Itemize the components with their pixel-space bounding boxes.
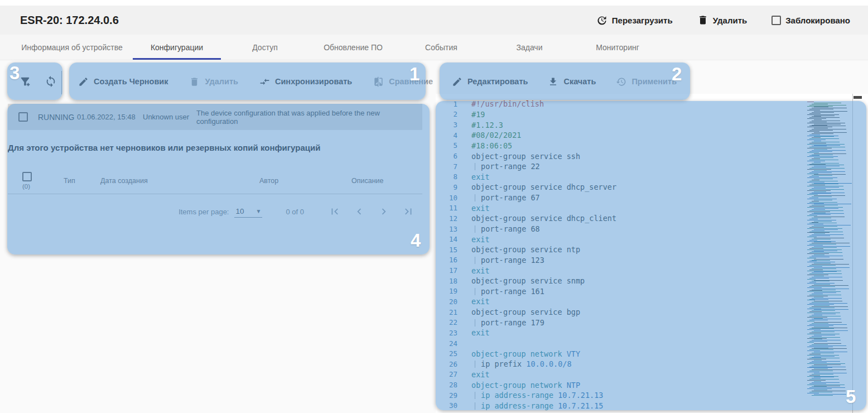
tab-configurations[interactable]: Конфигурации [133,35,221,60]
selected-count: (0) [22,183,30,190]
code-line: 12object-group service dhcp_client [436,213,851,224]
add-filter-button[interactable] [18,74,32,89]
paginator: Items per page: 10 ▼ 0 of 0 [8,195,422,228]
first-page-button[interactable] [329,205,341,218]
page-range-label: 0 of 0 [286,208,304,216]
delete-draft-label: Удалить [205,77,238,86]
tab-access[interactable]: Доступ [221,35,309,60]
tab-label: Задачи [516,43,542,52]
pencil-icon [78,76,89,87]
code-line: 10port-range 67 [436,193,851,203]
reload-label: Перезагрузить [612,16,673,25]
paginator-nav [329,205,414,218]
column-header-description: Описание [335,177,422,185]
tab-device-info[interactable]: Информация об устройстве [11,35,133,60]
refresh-list-button[interactable] [44,74,58,89]
code-line: 7port-range 22 [436,161,851,172]
compare-button[interactable]: Сравнение [373,76,433,87]
code-line: 20exit [436,296,851,307]
tab-firmware-update[interactable]: Обновление ПО [309,35,397,60]
code-line: 6object-group service ssh [436,151,851,161]
top-strip [0,0,868,6]
config-editor: 1#!/usr/bin/clish2#193#1.12.34#08/02/202… [436,94,868,413]
code-line: 25object-group network VTY [436,348,851,359]
page-title: ESR-20: 172.24.0.6 [20,14,119,27]
items-per-page-label: Items per page: [179,208,229,216]
column-header-created: Дата создания [100,177,240,185]
locked-checkbox[interactable] [771,16,781,25]
code-line: 2#19 [436,109,851,120]
synchronize-button[interactable]: Синхронизировать [259,76,352,87]
code-line: 19port-range 161 [436,286,851,297]
code-line: 3#1.12.3 [436,119,851,130]
compare-icon [373,76,384,87]
code-line: 13port-range 68 [436,224,851,234]
download-icon [548,76,558,87]
create-draft-button[interactable]: Создать Черновик [78,76,168,87]
code-line: 9object-group service dhcp_server [436,182,851,193]
header-actions: Перезагрузить Удалить Заблокировано [596,15,850,26]
compare-label: Сравнение [389,77,433,86]
scrollbar-thumb[interactable] [853,96,862,99]
code-line: 1#!/usr/bin/clish [436,99,851,109]
tab-label: Мониторинг [596,43,639,52]
edit-config-button[interactable]: Редактировать [452,76,528,87]
code-line: 18object-group service snmp [436,276,851,286]
sync-icon [45,75,57,88]
pencil-icon [452,76,462,87]
items-per-page-select[interactable]: 10 ▼ [234,206,262,218]
code-line: 21object-group service bgp [436,307,851,318]
minimap[interactable] [807,102,852,396]
editor-scrollbar [852,94,862,413]
select-all-checkbox[interactable] [22,172,32,181]
row-checkbox[interactable] [18,112,28,122]
code-line: 27exit [436,369,851,380]
callout-number-4: 4 [411,230,421,251]
trash-icon [697,15,708,26]
tab-label: Конфигурации [151,43,203,52]
tab-bar: Информация об устройствеКонфигурацииДост… [0,35,868,60]
last-page-button[interactable] [402,205,414,218]
locked-checkbox-control[interactable]: Заблокировано [771,16,850,25]
reload-device-button[interactable]: Перезагрузить [596,15,673,26]
tab-tasks[interactable]: Задачи [485,35,573,60]
history-icon [616,76,626,87]
code-line: 22port-range 179 [436,317,851,328]
code-line: 23exit [436,328,851,338]
code-line: 17exit [436,265,851,276]
drafts-table-header: (0) Тип Дата создания Автор Описание [8,167,422,194]
prev-page-button[interactable] [353,205,365,218]
code-line: 29ip address-range 10.7.21.13 [436,390,851,401]
download-config-button[interactable]: Скачать [548,76,596,87]
toolbar-divider [61,71,62,94]
next-page-button[interactable] [378,205,390,218]
config-status: RUNNING [38,113,77,122]
tab-events[interactable]: События [397,35,485,60]
download-config-label: Скачать [563,77,596,86]
apply-config-label: Применить [631,77,677,86]
running-config-row[interactable]: RUNNING 01.06.2022, 15:48 Unknown user T… [8,104,422,130]
config-description: The device configuration that was applie… [196,109,422,126]
code-line: 8exit [436,171,851,182]
tab-label: Доступ [252,43,278,52]
code-line: 30ip address-range 10.7.21.15 [436,401,851,411]
tab-label: Обновление ПО [324,43,383,52]
locked-label: Заблокировано [785,16,850,25]
create-draft-label: Создать Черновик [94,77,168,86]
no-drafts-message: Для этого устройства нет черновиков или … [8,143,409,152]
code-line: 4#08/02/2021 [436,130,851,141]
code-line: 11exit [436,203,851,213]
synchronize-label: Синхронизировать [275,77,352,86]
tab-label: События [425,43,457,52]
delete-label: Удалить [713,16,748,25]
delete-device-button[interactable]: Удалить [697,15,748,26]
tab-monitoring[interactable]: Мониторинг [573,35,662,60]
filter-plus-icon [19,75,31,88]
dropdown-arrow-icon: ▼ [256,208,262,214]
code-lines[interactable]: 1#!/usr/bin/clish2#193#1.12.34#08/02/202… [436,99,851,411]
filter-toolbar [18,63,58,100]
code-line: 28object-group network NTP [436,380,851,390]
apply-config-button[interactable]: Применить [616,76,677,87]
delete-draft-button[interactable]: Удалить [189,76,238,87]
reload-icon [596,15,607,26]
